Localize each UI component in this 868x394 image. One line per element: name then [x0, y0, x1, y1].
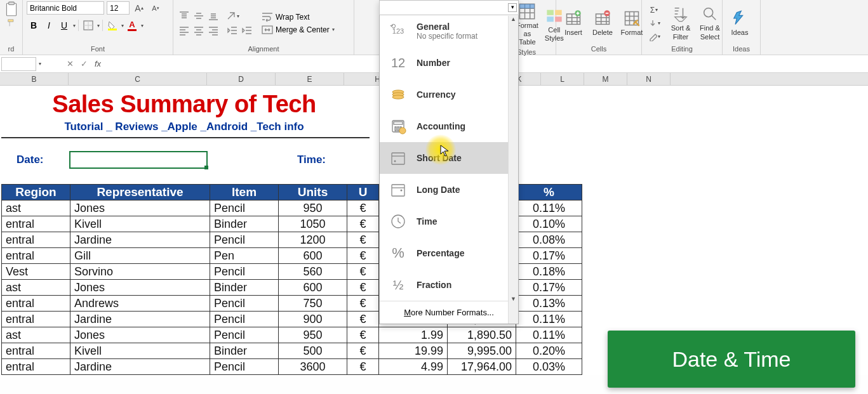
decrease-font-button[interactable]: A▾ [149, 2, 163, 15]
format-percentage[interactable]: % Percentage [380, 237, 508, 269]
col-header-M[interactable]: M [584, 73, 627, 85]
table-row[interactable]: astJonesPencil950€1.991,890.500.11% [2, 327, 582, 343]
table-header[interactable]: % [516, 185, 582, 200]
align-middle-button[interactable] [192, 9, 206, 23]
col-header-B[interactable]: B [0, 73, 69, 85]
date-label: Date: [17, 154, 67, 166]
decrease-indent-button[interactable] [225, 23, 239, 37]
fontcolor-caret[interactable]: ▾ [141, 23, 144, 29]
number-format-dropdown: ▾ ⟲123 GeneralNo specific format 12 Numb… [379, 0, 519, 324]
alignment-group: ▾ Wrap Text Merge & Center ▾ Alig [173, 0, 354, 55]
table-header[interactable]: Units [279, 185, 347, 200]
italic-button[interactable]: I [42, 18, 56, 32]
short-date-icon [389, 148, 408, 167]
format-short-date[interactable]: Short Date [380, 142, 508, 174]
clipboard-group: rd [0, 0, 23, 55]
table-header[interactable]: U [347, 185, 379, 200]
increase-font-button[interactable]: A▴ [132, 2, 146, 15]
format-painter-icon[interactable] [6, 18, 17, 27]
long-date-icon [389, 180, 408, 199]
clear-button[interactable]: ▾ [646, 30, 662, 43]
svg-point-19 [392, 95, 404, 99]
sort-filter-button[interactable]: Sort & Filter [667, 4, 694, 42]
col-header-C[interactable]: C [69, 73, 207, 85]
fx-icon[interactable]: fx [95, 59, 101, 69]
format-number[interactable]: 12 Number [380, 47, 508, 79]
borders-button[interactable] [81, 18, 95, 32]
wrap-text-button[interactable]: Wrap Text [262, 11, 335, 23]
merge-center-button[interactable]: Merge & Center ▾ [262, 24, 335, 36]
svg-rect-23 [392, 153, 404, 164]
format-currency[interactable]: Currency [380, 79, 508, 110]
format-fraction[interactable]: ½ Fraction [380, 269, 508, 301]
align-right-button[interactable] [206, 23, 220, 37]
editing-label: Editing [646, 45, 718, 55]
number-format-trigger[interactable]: ▾ [379, 0, 519, 15]
more-number-formats[interactable]: More Number Formats... [380, 301, 518, 324]
enter-formula-icon[interactable]: ✓ [77, 57, 91, 71]
col-header-D[interactable]: D [207, 73, 276, 85]
fill-button[interactable]: ▾ [646, 17, 662, 30]
table-row[interactable]: entralJardinePencil3600€4.9917,964.000.0… [2, 359, 582, 375]
active-cell-outline[interactable] [69, 151, 208, 169]
align-top-button[interactable] [177, 9, 191, 23]
ideas-label: Ideas [726, 45, 756, 55]
format-general[interactable]: ⟲123 GeneralNo specific format [380, 15, 508, 47]
scroll-down-icon[interactable]: ▼ [509, 296, 518, 306]
editing-group: Σ▾ ▾ ▾ Sort & Filter Find & Select Editi… [642, 0, 723, 55]
borders-caret[interactable]: ▾ [97, 23, 100, 29]
time-label: Time: [297, 154, 326, 166]
cells-label: Cells [560, 45, 638, 55]
col-header-E[interactable]: E [276, 73, 344, 85]
svg-point-24 [394, 161, 396, 162]
number-icon: 12 [389, 53, 408, 72]
orientation-button[interactable]: ▾ [225, 9, 239, 23]
fill-handle[interactable] [204, 166, 208, 169]
scroll-up-icon[interactable]: ▲ [509, 16, 518, 26]
fill-caret[interactable]: ▾ [121, 23, 124, 29]
font-color-button[interactable]: A [125, 18, 139, 32]
increase-indent-button[interactable] [240, 23, 254, 37]
format-time[interactable]: Time [380, 206, 508, 237]
delete-cells-button[interactable]: Delete [589, 8, 616, 38]
autosum-button[interactable]: Σ▾ [646, 4, 662, 16]
table-header[interactable]: Representative [70, 185, 210, 200]
col-header-L[interactable]: L [541, 73, 584, 85]
alignment-label: Alignment [177, 45, 350, 55]
align-center-button[interactable] [192, 23, 206, 37]
name-box[interactable] [1, 57, 36, 71]
clipboard-label: rd [4, 45, 18, 55]
time-icon [389, 212, 408, 231]
find-select-button[interactable]: Find & Select [697, 4, 723, 42]
svg-rect-1 [8, 2, 14, 4]
insert-cells-button[interactable]: Insert [560, 8, 587, 38]
bold-button[interactable]: B [27, 18, 41, 32]
underline-caret[interactable]: ▾ [73, 23, 76, 29]
name-box-caret[interactable]: ▾ [39, 61, 41, 67]
cancel-formula-icon[interactable]: ✕ [63, 57, 77, 71]
col-header-N[interactable]: N [627, 73, 671, 85]
fraction-icon: ½ [389, 275, 408, 294]
ideas-button[interactable]: Ideas [726, 8, 753, 38]
sheet-subtitle: Tutorial _ Reviews _Apple _Android _Tech… [0, 121, 368, 133]
dropdown-scrollbar[interactable]: ▲ ▼ [508, 16, 518, 324]
fill-color-button[interactable] [105, 18, 119, 32]
table-row[interactable]: entralKivellBinder500€19.999,995.000.20% [2, 343, 582, 359]
format-accounting[interactable]: Accounting [380, 110, 508, 142]
align-left-button[interactable] [177, 23, 191, 37]
svg-rect-3 [108, 29, 117, 30]
svg-rect-0 [6, 3, 16, 16]
table-header[interactable]: Region [2, 185, 70, 200]
font-size-select[interactable] [107, 1, 130, 15]
format-long-date[interactable]: Long Date [380, 174, 508, 206]
format-cells-button[interactable]: Format [618, 8, 645, 38]
general-icon: ⟲123 [389, 22, 408, 41]
font-name-select[interactable] [27, 1, 104, 15]
svg-rect-7 [547, 10, 554, 15]
align-bottom-button[interactable] [206, 9, 220, 23]
accounting-icon [389, 117, 408, 136]
table-header[interactable]: Item [210, 185, 279, 200]
svg-point-26 [401, 190, 403, 192]
underline-button[interactable]: U [57, 18, 71, 32]
paste-icon[interactable] [3, 1, 20, 18]
